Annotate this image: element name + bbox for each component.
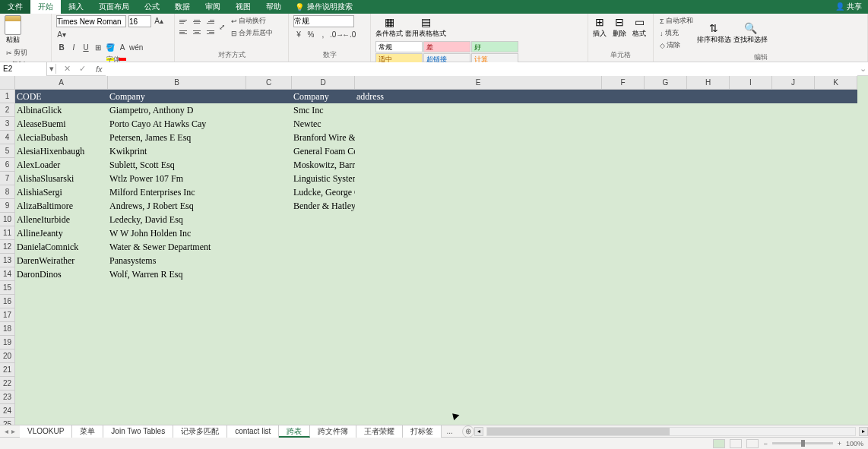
wrap-text-button[interactable]: ↩自动换行 (230, 15, 274, 27)
cell[interactable] (687, 158, 730, 172)
cell[interactable]: AleaseBuemi (15, 117, 108, 131)
cut-button[interactable]: ✂剪切 (5, 47, 36, 58)
delete-cells-button[interactable]: ⊟删除 (613, 15, 626, 39)
cell[interactable]: Sublett, Scott Esq (108, 158, 246, 172)
cell[interactable] (730, 117, 772, 131)
fill-button[interactable]: ↓填充 (658, 27, 695, 39)
cell[interactable] (687, 404, 730, 418)
name-box-dropdown[interactable]: ▾ (47, 64, 56, 74)
cell[interactable]: AlesiaHixenbaugh (15, 144, 108, 158)
row-header[interactable]: 20 (0, 349, 15, 363)
cell-style-option[interactable]: 常规 (375, 41, 423, 52)
cell[interactable] (645, 172, 687, 185)
cell[interactable] (292, 240, 355, 254)
cell[interactable] (246, 103, 292, 117)
cell[interactable] (246, 336, 292, 349)
spreadsheet-grid[interactable]: ABCDEFGHIJK 1234567891011121314151617181… (0, 76, 868, 425)
sheet-tab[interactable]: 菜单 (72, 425, 103, 438)
cell[interactable] (15, 322, 108, 336)
cell[interactable] (292, 308, 355, 322)
tell-me[interactable]: 💡操作说明搜索 (289, 2, 359, 12)
cell[interactable] (687, 391, 730, 404)
row-header[interactable]: 16 (0, 295, 15, 308)
row-header[interactable]: 5 (0, 144, 15, 158)
cell[interactable] (355, 117, 602, 131)
name-box[interactable] (0, 62, 47, 76)
cell[interactable] (687, 418, 730, 425)
cell[interactable] (15, 281, 108, 295)
cell[interactable] (246, 158, 292, 172)
cell[interactable] (246, 240, 292, 254)
cell[interactable]: Ludcke, George O Esq (292, 185, 355, 199)
comma-button[interactable]: , (318, 30, 328, 40)
row-header[interactable]: 21 (0, 363, 15, 377)
sheet-tab[interactable]: contact list (227, 425, 279, 438)
cell[interactable] (602, 131, 645, 144)
cell[interactable]: Kwikprint (108, 144, 246, 158)
cell[interactable] (292, 213, 355, 226)
column-header[interactable]: H (687, 76, 730, 90)
cell[interactable] (602, 199, 645, 213)
cell-style-option[interactable]: 好 (471, 41, 518, 52)
cell[interactable] (602, 117, 645, 131)
cell[interactable]: Wtlz Power 107 Fm (108, 172, 246, 185)
page-layout-view-button[interactable] (730, 439, 742, 448)
cell[interactable] (355, 267, 602, 281)
cell[interactable] (355, 240, 602, 254)
cell[interactable] (246, 363, 292, 377)
cell[interactable] (687, 377, 730, 391)
cell[interactable] (815, 322, 857, 336)
hscroll-track[interactable] (486, 427, 856, 436)
cell[interactable] (645, 158, 687, 172)
cell[interactable] (645, 117, 687, 131)
cell[interactable] (355, 404, 602, 418)
row-header[interactable]: 3 (0, 117, 15, 131)
increase-decimal-button[interactable]: .0→ (330, 30, 341, 40)
cell[interactable] (292, 418, 355, 425)
menu-tab[interactable]: 开始 (30, 0, 61, 14)
zoom-in-button[interactable]: + (838, 440, 841, 447)
cell[interactable] (645, 349, 687, 363)
cell[interactable] (246, 213, 292, 226)
cell[interactable] (730, 240, 772, 254)
cell[interactable]: DaronDinos (15, 267, 108, 281)
cell[interactable] (730, 90, 772, 103)
menu-file[interactable]: 文件 (0, 0, 30, 14)
cell[interactable] (772, 158, 815, 172)
cell[interactable] (292, 254, 355, 267)
enter-formula-button[interactable]: ✓ (78, 64, 87, 74)
cell[interactable] (108, 391, 246, 404)
cell[interactable] (645, 90, 687, 103)
cell[interactable] (645, 103, 687, 117)
cell[interactable] (292, 226, 355, 240)
cell[interactable] (730, 404, 772, 418)
cell[interactable]: Bender & Hatley Pc (292, 199, 355, 213)
cell[interactable] (687, 281, 730, 295)
cell[interactable] (355, 336, 602, 349)
format-cells-button[interactable]: ▭格式 (632, 15, 646, 39)
percent-button[interactable]: % (306, 30, 316, 40)
cell[interactable]: General Foam Corporation (292, 144, 355, 158)
cell[interactable] (687, 103, 730, 117)
cell[interactable]: Porto Cayo At Hawks Cay (108, 117, 246, 131)
row-header[interactable]: 19 (0, 336, 15, 349)
merge-center-button[interactable]: ⊟合并后居中 (230, 27, 274, 39)
border-button[interactable]: ⊞ (93, 43, 103, 53)
cell[interactable] (645, 377, 687, 391)
cell[interactable] (292, 404, 355, 418)
cell[interactable] (772, 103, 815, 117)
cancel-formula-button[interactable]: ✕ (62, 64, 71, 74)
row-header[interactable]: 2 (0, 103, 15, 117)
cell[interactable]: Ledecky, David Esq (108, 213, 246, 226)
cell[interactable] (815, 418, 857, 425)
cell[interactable] (815, 199, 857, 213)
zoom-slider-thumb[interactable] (801, 440, 805, 447)
row-header[interactable]: 15 (0, 281, 15, 295)
cell[interactable] (246, 144, 292, 158)
sheet-tab[interactable]: VLOOKUP (20, 425, 72, 438)
align-right-button[interactable] (204, 28, 214, 37)
cell[interactable] (772, 240, 815, 254)
cell[interactable]: AlizaBaltimore (15, 199, 108, 213)
row-header[interactable]: 7 (0, 172, 15, 185)
clear-button[interactable]: ◇清除 (658, 40, 695, 51)
